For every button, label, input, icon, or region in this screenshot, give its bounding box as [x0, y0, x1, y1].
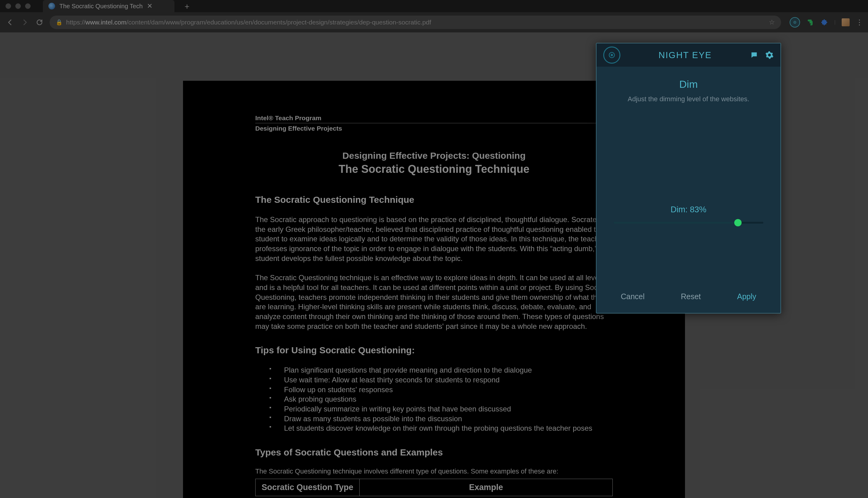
paragraph: The Socratic Questioning technique is an…: [255, 273, 613, 331]
new-tab-button[interactable]: ＋: [183, 1, 191, 12]
tab-title: The Socratic Questioning Tech: [60, 3, 143, 10]
doc-subtitle: The Socratic Questioning Technique: [255, 163, 613, 175]
question-table: Socratic Question Type Example: [255, 479, 613, 496]
panel-footer: Cancel Reset Apply: [597, 280, 780, 313]
night-eye-extension-icon[interactable]: [790, 17, 800, 27]
list-item: Plan significant questions that provide …: [269, 365, 613, 375]
list-item: Draw as many students as possible into t…: [269, 414, 613, 424]
feedback-icon[interactable]: [750, 51, 759, 60]
slider-thumb[interactable]: [734, 219, 742, 226]
list-item: Periodically summarize in writing key po…: [269, 404, 613, 414]
list-item: Use wait time: Allow at least thirty sec…: [269, 375, 613, 385]
forward-button[interactable]: [20, 18, 29, 27]
toolbar: 🔒 https://www.intel.com/content/dam/www/…: [0, 12, 868, 32]
list-item: Ask probing questions: [269, 394, 613, 404]
panel-title: NIGHT EYE: [627, 50, 743, 60]
tab-close-icon[interactable]: ✕: [147, 2, 152, 10]
reload-button[interactable]: [35, 18, 44, 27]
url-path: /content/dam/www/program/education/us/en…: [126, 19, 431, 26]
section-heading: The Socratic Questioning Technique: [255, 195, 613, 205]
panel-header: NIGHT EYE: [597, 43, 780, 67]
doc-title: Designing Effective Projects: Questionin…: [255, 150, 613, 161]
section-heading: Types of Socratic Questions and Examples: [255, 447, 613, 458]
list-item: Follow up on students' responses: [269, 385, 613, 395]
night-eye-panel: NIGHT EYE Dim Adjust the dimming level o…: [596, 43, 781, 314]
list-item: Let students discover knowledge on their…: [269, 423, 613, 433]
lock-icon: 🔒: [56, 19, 62, 26]
svg-point-3: [611, 54, 613, 56]
back-button[interactable]: [5, 18, 15, 27]
dim-title: Dim: [609, 78, 768, 90]
browser-window: The Socratic Questioning Tech ✕ ＋ 🔒 http…: [0, 0, 868, 498]
night-eye-logo-icon[interactable]: [603, 47, 620, 64]
window-minimize-dot[interactable]: [15, 3, 21, 9]
dim-slider[interactable]: [609, 222, 768, 224]
tips-list: Plan significant questions that provide …: [255, 365, 613, 433]
window-controls: [5, 3, 30, 9]
profile-avatar[interactable]: [842, 18, 850, 26]
subprogram-name: Designing Effective Projects: [255, 125, 613, 132]
cancel-button[interactable]: Cancel: [621, 292, 645, 301]
svg-point-1: [794, 22, 795, 23]
extension-icons: | ⋮: [787, 17, 863, 27]
window-zoom-dot[interactable]: [25, 3, 30, 9]
apply-button[interactable]: Apply: [737, 292, 756, 301]
table-header: Example: [360, 479, 613, 496]
tab-favicon: [48, 3, 55, 10]
titlebar: The Socratic Questioning Tech ✕ ＋: [0, 0, 868, 12]
section-heading: Tips for Using Socratic Questioning:: [255, 345, 613, 355]
url-domain: www.intel.com: [86, 19, 126, 26]
paragraph: The Socratic approach to questioning is …: [255, 215, 613, 263]
table-intro: The Socratic Questioning technique invol…: [255, 467, 613, 476]
puzzle-extension-icon[interactable]: [820, 18, 828, 26]
table-header: Socratic Question Type: [256, 479, 360, 496]
program-name: Intel® Teach Program: [255, 114, 613, 122]
reset-button[interactable]: Reset: [681, 292, 701, 301]
dim-value-label: Dim: 83%: [609, 205, 768, 214]
bookmark-star-icon[interactable]: ☆: [769, 18, 775, 26]
evernote-extension-icon[interactable]: [806, 18, 814, 26]
dim-description: Adjust the dimming level of the websites…: [609, 94, 768, 104]
panel-body: Dim Adjust the dimming level of the webs…: [597, 67, 780, 280]
browser-tab[interactable]: The Socratic Questioning Tech ✕: [43, 0, 174, 12]
address-bar[interactable]: 🔒 https://www.intel.com/content/dam/www/…: [50, 16, 781, 29]
window-close-dot[interactable]: [5, 3, 11, 9]
settings-gear-icon[interactable]: [765, 51, 774, 60]
url-text: https://www.intel.com/content/dam/www/pr…: [66, 19, 431, 26]
browser-menu-icon[interactable]: ⋮: [856, 18, 863, 27]
url-prefix: https://: [66, 19, 86, 26]
